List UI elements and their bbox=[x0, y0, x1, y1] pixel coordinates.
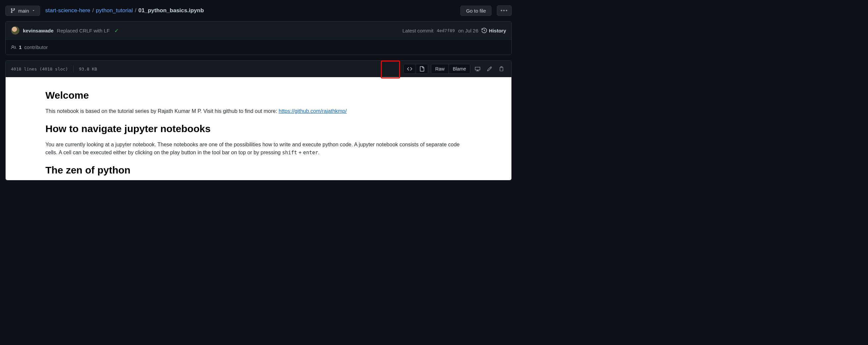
commit-author-link[interactable]: kevinsawade bbox=[23, 28, 54, 33]
link-rajathkmp[interactable]: https://github.com/rajathkmp/ bbox=[279, 108, 347, 114]
heading-welcome: Welcome bbox=[45, 88, 472, 103]
view-mode-group bbox=[403, 64, 428, 74]
breadcrumb: start-science-here / python_tutorial / 0… bbox=[45, 7, 455, 14]
heading-zen: The zen of python bbox=[45, 163, 472, 177]
history-icon bbox=[482, 28, 487, 33]
contributor-label: contributor bbox=[24, 44, 48, 50]
commit-box: kevinsawade Replaced CRLF with LF ✓ Late… bbox=[5, 21, 512, 55]
branch-name: main bbox=[18, 8, 29, 13]
git-branch-icon bbox=[10, 8, 16, 13]
contributor-count: 1 bbox=[19, 44, 22, 50]
trash-icon bbox=[499, 66, 504, 71]
paragraph-navigate: You are currently looking at a jupyter n… bbox=[45, 141, 472, 157]
file-box: 4018 lines (4018 sloc) 93.8 KB Raw Blame bbox=[5, 60, 512, 180]
more-options-button[interactable]: ••• bbox=[497, 5, 512, 16]
heading-navigate: How to navigate jupyter notebooks bbox=[45, 121, 472, 136]
caret-down-icon bbox=[32, 9, 35, 12]
delete-button[interactable] bbox=[497, 64, 506, 73]
rendered-view-button[interactable] bbox=[416, 64, 428, 73]
go-to-file-button[interactable]: Go to file bbox=[460, 6, 492, 16]
pencil-icon bbox=[487, 66, 492, 71]
breadcrumb-separator: / bbox=[135, 7, 136, 14]
source-view-button[interactable] bbox=[404, 64, 416, 73]
paragraph-intro: This notebook is based on the tutorial s… bbox=[45, 107, 472, 115]
commit-date[interactable]: on Jul 26 bbox=[458, 28, 478, 33]
avatar[interactable] bbox=[11, 26, 20, 35]
file-size-info: 93.8 KB bbox=[79, 67, 97, 71]
breadcrumb-folder-link[interactable]: python_tutorial bbox=[96, 7, 133, 14]
notebook-rendered-content: Welcome This notebook is based on the tu… bbox=[6, 77, 512, 180]
latest-commit-label: Latest commit bbox=[402, 28, 433, 33]
desktop-icon bbox=[475, 66, 480, 71]
commit-hash-link[interactable]: 4ed7f89 bbox=[437, 28, 455, 33]
file-lines-info: 4018 lines (4018 sloc) bbox=[11, 67, 68, 71]
edit-button[interactable] bbox=[485, 64, 494, 73]
code-icon bbox=[407, 66, 412, 71]
kebab-icon: ••• bbox=[500, 8, 508, 13]
commit-message-link[interactable]: Replaced CRLF with LF bbox=[57, 28, 110, 33]
branch-select-button[interactable]: main bbox=[5, 6, 40, 16]
raw-blame-group: Raw Blame bbox=[431, 64, 470, 74]
file-icon bbox=[419, 66, 425, 71]
latest-commit-row: kevinsawade Replaced CRLF with LF ✓ Late… bbox=[6, 22, 512, 40]
breadcrumb-separator: / bbox=[92, 7, 94, 14]
contributors-row[interactable]: 1 contributor bbox=[6, 40, 512, 55]
raw-button[interactable]: Raw bbox=[431, 64, 449, 73]
breadcrumb-current-file: 01_python_basics.ipynb bbox=[138, 7, 204, 14]
annotation-highlight-box bbox=[381, 61, 400, 78]
history-link[interactable]: History bbox=[482, 28, 506, 33]
status-check-icon[interactable]: ✓ bbox=[114, 28, 119, 34]
people-icon bbox=[11, 45, 16, 50]
breadcrumb-repo-link[interactable]: start-science-here bbox=[45, 7, 91, 14]
blame-button[interactable]: Blame bbox=[449, 64, 470, 73]
divider bbox=[73, 66, 73, 72]
file-header: 4018 lines (4018 sloc) 93.8 KB Raw Blame bbox=[6, 61, 512, 77]
desktop-button[interactable] bbox=[473, 64, 482, 73]
